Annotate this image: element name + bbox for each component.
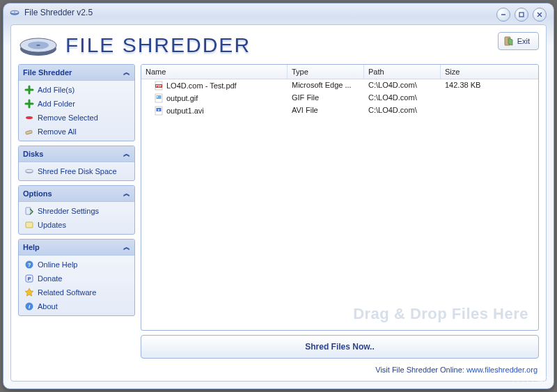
exit-icon [504, 36, 514, 46]
chevron-up-icon: ︽ [123, 68, 130, 77]
app-icon [9, 7, 20, 18]
column-header-size[interactable]: Size [441, 65, 538, 79]
sidebar-item-label: Donate [38, 274, 62, 283]
footer-link[interactable]: www.fileshredder.org [466, 366, 538, 374]
file-path: C:\LO4D.com\ [364, 92, 441, 104]
sidebar-item-shred-free-space[interactable]: Shred Free Disk Space [20, 164, 133, 178]
minimize-button[interactable] [496, 8, 510, 22]
sidebar-item-label: Online Help [38, 260, 77, 269]
panel-title: Help [23, 243, 40, 251]
file-name: output.gif [166, 94, 198, 102]
panel-options: Options ︽ Shredder Settings Updates [18, 185, 135, 235]
svg-rect-13 [26, 130, 33, 134]
sidebar-item-label: Add File(s) [38, 86, 74, 94]
settings-icon [24, 206, 34, 216]
file-size [441, 92, 538, 104]
list-body[interactable]: PDF LO4D.com - Test.pdf Microsoft Edge .… [141, 79, 538, 330]
sidebar-item-label: Add Folder [38, 100, 75, 108]
shred-files-button[interactable]: Shred Files Now.. [141, 335, 539, 359]
maximize-button[interactable] [515, 8, 528, 22]
file-size: 142.38 KB [441, 79, 538, 92]
sidebar-item-remove-all[interactable]: Remove All [20, 125, 133, 139]
exit-button[interactable]: Exit [498, 32, 539, 50]
sidebar-item-online-help[interactable]: ? Online Help [20, 258, 133, 272]
chevron-up-icon: ︽ [123, 242, 130, 252]
main-column: Name Type Path Size PDF LO4D.com - Test.… [141, 64, 539, 374]
drop-hint: Drag & Drop Files Here [353, 305, 528, 323]
paypal-icon: P [24, 274, 34, 283]
star-icon [24, 288, 34, 297]
video-icon [154, 106, 164, 116]
svg-point-15 [26, 169, 33, 172]
svg-point-10 [36, 45, 40, 46]
chevron-up-icon: ︽ [123, 189, 130, 198]
sidebar-item-related-software[interactable]: Related Software [20, 285, 133, 299]
app-logo: FILE SHREDDER [18, 32, 251, 58]
file-name: LO4D.com - Test.pdf [166, 81, 237, 90]
sidebar-item-label: Shredder Settings [38, 207, 99, 215]
about-icon: i [24, 301, 34, 311]
footer-text: Visit File Shredder Online: [375, 366, 466, 374]
list-header: Name Type Path Size [141, 65, 538, 79]
chevron-up-icon: ︽ [123, 149, 130, 159]
sidebar-item-label: Remove Selected [38, 113, 98, 122]
file-row[interactable]: output.gif GIF File C:\LO4D.com\ [141, 92, 538, 104]
panel-title: Options [23, 189, 52, 198]
update-icon [24, 220, 34, 230]
svg-text:P: P [28, 276, 31, 281]
svg-point-2 [14, 12, 15, 13]
sidebar: File Shredder ︽ Add File(s) Add Folder [18, 64, 135, 374]
panel-title: Disks [23, 150, 43, 158]
help-icon: ? [24, 260, 34, 269]
svg-rect-16 [26, 207, 31, 214]
panel-header[interactable]: Disks ︽ [19, 146, 134, 162]
sidebar-item-label: Shred Free Disk Space [38, 167, 117, 175]
panel-title: File Shredder [23, 68, 72, 77]
sidebar-item-label: Related Software [38, 288, 96, 297]
minus-icon [24, 113, 34, 123]
sidebar-item-remove-selected[interactable]: Remove Selected [20, 111, 133, 125]
logo-disk-icon [18, 32, 58, 58]
file-list[interactable]: Name Type Path Size PDF LO4D.com - Test.… [141, 64, 539, 331]
panel-header[interactable]: Options ︽ [19, 186, 134, 202]
column-header-type[interactable]: Type [288, 65, 364, 79]
logo-text: FILE SHREDDER [65, 33, 251, 57]
svg-point-29 [157, 96, 158, 97]
panel-header[interactable]: Help ︽ [19, 240, 134, 256]
content-area: FILE SHREDDER Exit File Shredder ︽ [10, 24, 547, 382]
header-row: FILE SHREDDER Exit [18, 32, 539, 58]
panel-header[interactable]: File Shredder ︽ [19, 65, 134, 81]
sidebar-item-settings[interactable]: Shredder Settings [20, 204, 133, 218]
file-name: output1.avi [166, 107, 204, 115]
sidebar-item-add-files[interactable]: Add File(s) [20, 83, 133, 97]
file-size [441, 104, 538, 117]
sidebar-item-label: About [38, 302, 58, 311]
sidebar-item-about[interactable]: i About [20, 299, 133, 313]
panel-file-shredder: File Shredder ︽ Add File(s) Add Folder [18, 64, 135, 141]
file-path: C:\LO4D.com\ [364, 104, 441, 117]
disk-icon [24, 166, 34, 176]
sidebar-item-add-folder[interactable]: Add Folder [20, 97, 133, 111]
sidebar-item-label: Remove All [38, 127, 77, 136]
panel-help: Help ︽ ? Online Help P Donate [18, 239, 135, 316]
title-bar[interactable]: File Shredder v2.5 [3, 3, 554, 22]
close-button[interactable] [533, 8, 547, 22]
shred-button-label: Shred Files Now.. [305, 342, 375, 352]
svg-text:PDF: PDF [156, 84, 162, 88]
column-header-name[interactable]: Name [141, 65, 288, 79]
main-row: File Shredder ︽ Add File(s) Add Folder [18, 64, 539, 374]
app-window: File Shredder v2.5 FIL [3, 3, 554, 389]
file-row[interactable]: PDF LO4D.com - Test.pdf Microsoft Edge .… [141, 79, 538, 92]
svg-rect-17 [26, 222, 33, 228]
column-header-path[interactable]: Path [364, 65, 441, 79]
sidebar-item-updates[interactable]: Updates [20, 218, 133, 232]
file-row[interactable]: output1.avi AVI File C:\LO4D.com\ [141, 104, 538, 117]
pdf-icon: PDF [154, 81, 164, 91]
plus-icon [24, 85, 34, 95]
exit-label: Exit [517, 37, 530, 45]
svg-point-12 [26, 116, 33, 119]
eraser-icon [24, 127, 34, 136]
sidebar-item-label: Updates [38, 221, 66, 229]
image-icon [154, 93, 164, 103]
sidebar-item-donate[interactable]: P Donate [20, 272, 133, 285]
